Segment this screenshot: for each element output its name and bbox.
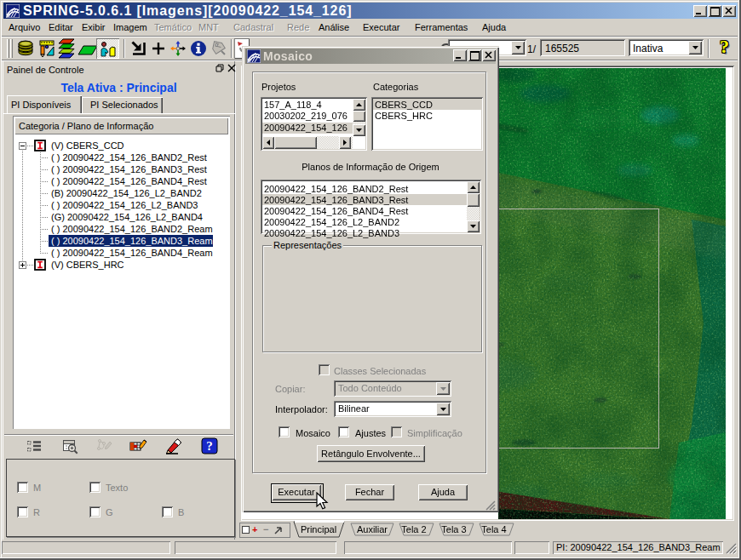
svg-text:Tela 2: Tela 2 [401,524,426,534]
svg-text:Auxiliar: Auxiliar [357,524,388,534]
svg-text:Tela 3: Tela 3 [441,524,466,534]
svg-text:?: ? [206,439,213,453]
svg-text:Principal: Principal [301,524,336,534]
svg-text:Tela 4: Tela 4 [481,524,506,534]
